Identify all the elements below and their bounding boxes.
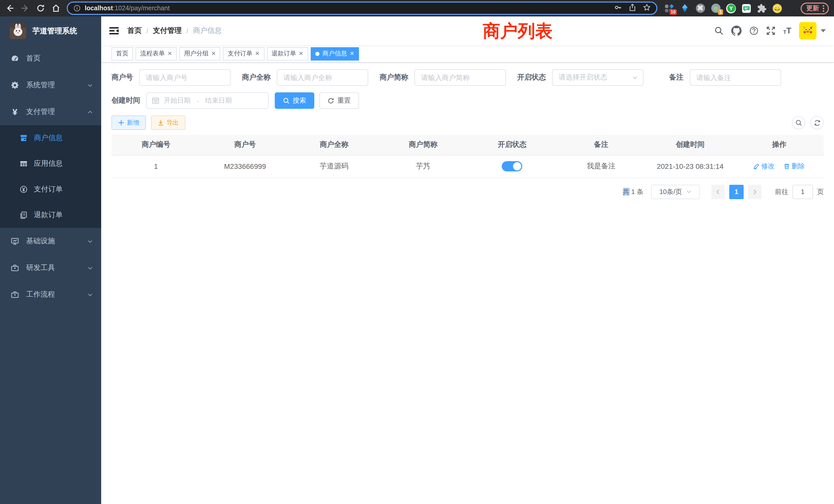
reset-button[interactable]: 重置: [320, 92, 359, 109]
close-icon[interactable]: ✕: [168, 51, 172, 56]
sidebar-item-app-info[interactable]: 应用信息: [0, 151, 101, 177]
password-key-icon[interactable]: [614, 3, 622, 13]
tag-merchant-info-active[interactable]: 商户信息✕: [311, 47, 359, 60]
chevron-down-icon: [87, 292, 93, 297]
sidebar-item-pay-order[interactable]: 支付订单: [0, 177, 101, 202]
breadcrumb-current: 商户信息: [193, 26, 222, 36]
full-name-input[interactable]: [277, 69, 368, 86]
create-time-range-picker[interactable]: 开始日期 - 结束日期: [146, 92, 269, 109]
sidebar-item-merchant-info[interactable]: 商户信息: [0, 125, 101, 151]
page-size-select[interactable]: 10条/页: [651, 184, 700, 199]
col-header-short-name: 商户简称: [378, 135, 467, 155]
sidebar-item-label: 应用信息: [34, 159, 63, 168]
breadcrumb-separator: /: [186, 27, 189, 35]
tag-refund-order[interactable]: 退款订单✕: [267, 47, 308, 60]
status-select[interactable]: 请选择开启状态: [552, 69, 643, 86]
logo[interactable]: 芋道管理系统: [0, 17, 101, 45]
share-icon[interactable]: [629, 3, 636, 13]
prev-page-button[interactable]: [711, 184, 725, 199]
status-toggle[interactable]: [502, 161, 522, 171]
tag-process-form[interactable]: 流程表单✕: [136, 47, 177, 60]
pagination: 共 1 条 10条/页 1 前往: [111, 184, 824, 199]
screen: localhost:1024/pay/merchant 10: [0, 0, 834, 504]
search-button-label: 搜索: [293, 96, 306, 105]
extension-chat-icon[interactable]: [742, 3, 751, 13]
delete-link[interactable]: 删除: [784, 162, 805, 171]
short-name-input[interactable]: [414, 69, 506, 86]
extensions-puzzle-icon[interactable]: [757, 3, 767, 13]
browser-update-button[interactable]: 更新: [800, 2, 829, 14]
create-time-label: 创建时间: [111, 96, 140, 105]
tag-pay-order[interactable]: 支付订单✕: [223, 47, 264, 60]
sidebar-item-label: 首页: [26, 54, 41, 63]
chevron-down-icon: [87, 265, 93, 271]
help-icon[interactable]: [749, 26, 759, 36]
active-dot: [315, 51, 320, 56]
monitor-icon: [10, 236, 20, 246]
sidebar-item-infra[interactable]: 基础设施: [0, 228, 101, 255]
table-toolbar: 新增 导出: [111, 115, 824, 130]
browser-menu-icon[interactable]: [821, 5, 826, 12]
back-icon[interactable]: [5, 4, 14, 13]
profile-avatar-icon[interactable]: [772, 3, 782, 13]
sidebar-item-devtools[interactable]: 研发工具: [0, 255, 101, 281]
avatar-caret-icon[interactable]: [821, 29, 826, 32]
remark-input[interactable]: [690, 69, 781, 86]
close-icon[interactable]: ✕: [350, 51, 354, 56]
page-annotation-title: 商户列表: [483, 19, 553, 43]
sidebar-item-home[interactable]: 首页: [0, 45, 101, 72]
user-avatar[interactable]: [799, 22, 816, 40]
merchant-no-input[interactable]: [139, 69, 231, 86]
fullscreen-icon[interactable]: [766, 26, 775, 36]
toggle-search-button[interactable]: [792, 116, 805, 129]
gear-icon: [10, 81, 20, 90]
github-icon[interactable]: [731, 26, 742, 36]
header-search-icon[interactable]: [714, 26, 724, 36]
export-button[interactable]: 导出: [151, 115, 185, 130]
bookmark-star-icon[interactable]: [643, 3, 651, 13]
tag-label: 首页: [116, 49, 128, 58]
extensions-row: 10 ⌘ 1 Y: [664, 3, 800, 13]
sidebar-item-system[interactable]: 系统管理: [0, 72, 101, 98]
breadcrumb: 首页 / 支付管理 / 商户信息: [127, 26, 222, 36]
reload-icon[interactable]: [36, 4, 45, 13]
page-content: 商户号 商户全称 商户简称 开启状态 请选择开启状态: [101, 63, 834, 504]
forward-icon[interactable]: [21, 4, 30, 13]
search-button[interactable]: 搜索: [275, 92, 314, 109]
site-info-icon[interactable]: [73, 5, 81, 12]
extension-y-icon[interactable]: Y: [726, 3, 736, 13]
sidebar-item-workflow[interactable]: 工作流程: [0, 281, 101, 308]
sidebar-item-refund-order[interactable]: 退款订单: [0, 202, 101, 228]
refresh-button[interactable]: [810, 116, 824, 129]
sidebar-collapse-icon[interactable]: [109, 26, 119, 36]
edit-link[interactable]: 修改: [754, 162, 775, 171]
add-button[interactable]: 新增: [111, 115, 146, 130]
sidebar-item-label: 支付管理: [26, 107, 55, 116]
short-name-label: 商户简称: [379, 73, 408, 82]
extension-session-icon[interactable]: 1: [711, 3, 721, 13]
goto-page-input[interactable]: [792, 184, 813, 199]
sidebar-item-pay[interactable]: ¥ 支付管理: [0, 98, 101, 125]
cell-remark: 我是备注: [557, 155, 646, 178]
home-icon[interactable]: [51, 4, 61, 13]
breadcrumb-home[interactable]: 首页: [127, 26, 142, 36]
close-icon[interactable]: ✕: [299, 51, 303, 56]
extension-command-icon[interactable]: ⌘: [695, 3, 705, 13]
close-icon[interactable]: ✕: [211, 51, 216, 56]
font-size-icon[interactable]: TT: [783, 27, 791, 35]
navbar-tools: TT: [707, 22, 826, 40]
breadcrumb-pay[interactable]: 支付管理: [153, 26, 182, 36]
extension-kite-icon[interactable]: [680, 3, 690, 13]
breadcrumb-separator: /: [146, 27, 148, 35]
delete-link-label: 删除: [792, 162, 805, 171]
extension-blocks-icon[interactable]: 10: [664, 3, 674, 13]
cell-short-name: 芋艿: [378, 155, 467, 178]
address-bar[interactable]: localhost:1024/pay/merchant: [67, 2, 657, 15]
page-number-1[interactable]: 1: [729, 184, 744, 199]
close-icon[interactable]: ✕: [255, 51, 260, 56]
tag-user-group[interactable]: 用户分组✕: [179, 47, 220, 60]
table-row: 1 M233666999 芋道源码 芋艿 我是备注 2021-10-23 08:…: [111, 155, 824, 178]
tag-home[interactable]: 首页: [111, 47, 133, 60]
next-page-button[interactable]: [748, 184, 762, 199]
tag-label: 退款订单: [271, 49, 296, 58]
